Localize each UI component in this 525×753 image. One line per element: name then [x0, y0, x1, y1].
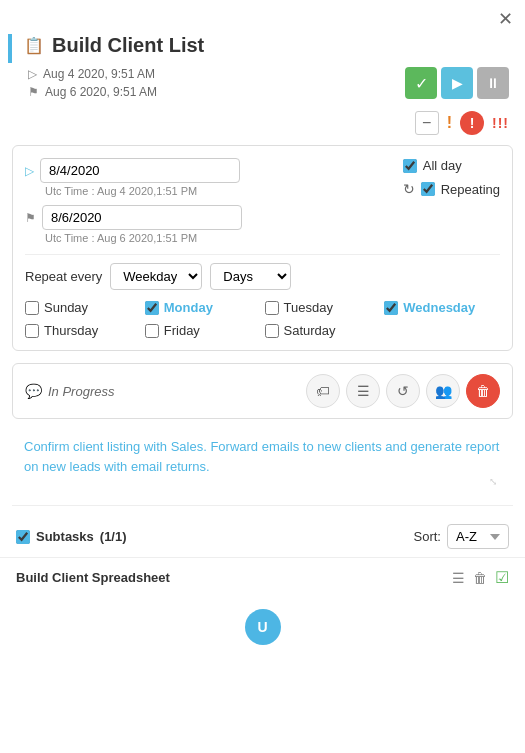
description-text: Confirm client listing with Sales. Forwa… — [24, 437, 501, 476]
allday-checkbox[interactable] — [403, 159, 417, 173]
monday-checkbox[interactable] — [145, 301, 159, 315]
start-date-icon: ▷ — [28, 67, 37, 81]
subtask-item: Build Client Spreadsheet ☰ 🗑 ☑ — [0, 557, 525, 597]
day-monday: Monday — [145, 300, 261, 315]
start-utc-label: Utc Time : Aug 4 2020,1:51 PM — [45, 185, 242, 197]
saturday-checkbox[interactable] — [265, 324, 279, 338]
priority-medium-icon: ! — [447, 114, 452, 132]
repeating-label: Repeating — [441, 182, 500, 197]
resize-handle[interactable]: ⤡ — [24, 476, 501, 487]
repeat-unit-select[interactable]: Days Weeks Months — [210, 263, 291, 290]
tuesday-label: Tuesday — [284, 300, 333, 315]
subtask-delete-icon[interactable]: 🗑 — [473, 570, 487, 586]
sunday-checkbox[interactable] — [25, 301, 39, 315]
start-play-icon: ▷ — [25, 164, 34, 178]
day-tuesday: Tuesday — [265, 300, 381, 315]
priority-high-icon: ! — [460, 111, 484, 135]
subtasks-count: (1/1) — [100, 529, 127, 544]
sort-label: Sort: — [414, 529, 441, 544]
description-area: Confirm client listing with Sales. Forwa… — [12, 429, 513, 495]
play-button[interactable]: ▶ — [441, 67, 473, 99]
divider — [12, 505, 513, 506]
end-flag-icon: ⚑ — [25, 211, 36, 225]
avatar-section: U — [0, 597, 525, 657]
start-date-input[interactable] — [40, 158, 240, 183]
saturday-label: Saturday — [284, 323, 336, 338]
subtask-complete-icon[interactable]: ☑ — [495, 568, 509, 587]
tuesday-checkbox[interactable] — [265, 301, 279, 315]
end-date-icon: ⚑ — [28, 85, 39, 99]
complete-button[interactable]: ✓ — [405, 67, 437, 99]
days-grid: Sunday Monday Tuesday Wednesday Thursday — [25, 300, 500, 338]
friday-checkbox[interactable] — [145, 324, 159, 338]
subtasks-title-label: Subtasks — [36, 529, 94, 544]
repeat-interval-select[interactable]: Weekday Daily Weekly Monthly — [110, 263, 202, 290]
subtasks-header: Subtasks (1/1) Sort: A-Z Z-A Date — [0, 516, 525, 557]
datetime-card: ▷ Utc Time : Aug 4 2020,1:51 PM ⚑ Utc Ti… — [12, 145, 513, 351]
pause-button[interactable]: ⏸ — [477, 67, 509, 99]
avatar[interactable]: U — [245, 609, 281, 645]
repeating-checkbox[interactable] — [421, 182, 435, 196]
comment-icon: 💬 — [25, 383, 42, 399]
repeat-every-label: Repeat every — [25, 269, 102, 284]
start-date: Aug 4 2020, 9:51 AM — [43, 67, 155, 81]
thursday-label: Thursday — [44, 323, 98, 338]
tag-button[interactable]: 🏷 — [306, 374, 340, 408]
delete-button[interactable]: 🗑 — [466, 374, 500, 408]
priority-critical-icon: !!! — [492, 115, 509, 131]
day-friday: Friday — [145, 323, 261, 338]
undo-button[interactable]: ↺ — [386, 374, 420, 408]
friday-label: Friday — [164, 323, 200, 338]
end-date-input[interactable] — [42, 205, 242, 230]
status-badge: In Progress — [48, 384, 114, 399]
thursday-checkbox[interactable] — [25, 324, 39, 338]
day-wednesday: Wednesday — [384, 300, 500, 315]
subtask-name: Build Client Spreadsheet — [16, 570, 170, 585]
sort-select[interactable]: A-Z Z-A Date — [447, 524, 509, 549]
close-button[interactable]: ✕ — [498, 8, 513, 30]
day-thursday: Thursday — [25, 323, 141, 338]
end-utc-label: Utc Time : Aug 6 2020,1:51 PM — [45, 232, 242, 244]
subtasks-toggle[interactable] — [16, 530, 30, 544]
wednesday-checkbox[interactable] — [384, 301, 398, 315]
day-sunday: Sunday — [25, 300, 141, 315]
end-date: Aug 6 2020, 9:51 AM — [45, 85, 157, 99]
monday-label: Monday — [164, 300, 213, 315]
sunday-label: Sunday — [44, 300, 88, 315]
wednesday-label: Wednesday — [403, 300, 475, 315]
subtask-list-icon[interactable]: ☰ — [452, 570, 465, 586]
page-title: Build Client List — [52, 34, 204, 57]
title-icon: 📋 — [24, 36, 44, 55]
users-button[interactable]: 👥 — [426, 374, 460, 408]
repeat-icon: ↻ — [403, 181, 415, 197]
list-button[interactable]: ☰ — [346, 374, 380, 408]
allday-label: All day — [423, 158, 462, 173]
priority-decrease-button[interactable]: − — [415, 111, 439, 135]
day-saturday: Saturday — [265, 323, 381, 338]
status-section: 💬 In Progress 🏷 ☰ ↺ 👥 🗑 — [12, 363, 513, 419]
